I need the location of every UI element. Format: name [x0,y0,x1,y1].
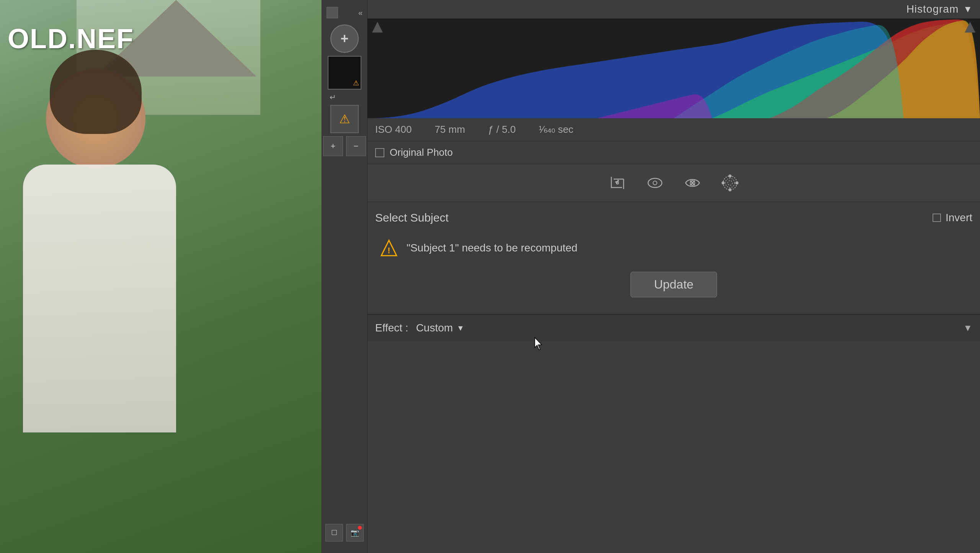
toolbar: « + ⚠ ↵ ⚠ + − ☐ 📷 [322,0,368,553]
original-photo-row: Original Photo [368,141,980,164]
back-chevrons[interactable]: « [358,8,363,17]
minus-icon: − [354,141,359,151]
svg-point-13 [736,182,738,184]
warning-icon: ⚠ [339,112,350,126]
right-panel: Histogram ▼ ISO 400 75 mm ƒ / 5.0 ¹⁄₆₄₀ … [368,0,980,553]
svg-point-10 [729,175,731,177]
invert-checkbox[interactable] [933,214,941,222]
add-button[interactable]: + [330,24,359,53]
indent-arrow: ↵ [322,93,336,102]
camera-icon: 📷 [351,529,359,537]
invert-label: Invert [946,212,972,224]
mask-icon [683,174,702,192]
preview-warning-icon: ⚠ [353,79,359,87]
effect-section-collapse[interactable]: ▼ [963,323,972,333]
select-subject-header: Select Subject Invert [375,211,972,224]
square-icon-btn[interactable]: ☐ [325,524,343,542]
plus-icon: + [340,31,348,47]
photo-filename: OLD.NEF [8,23,134,54]
healing-tool[interactable] [644,172,666,194]
warning-message: "Subject 1" needs to be recomputed [407,242,577,254]
radial-icon [721,174,739,192]
aperture-value: ƒ / 5.0 [488,124,516,135]
warning-row: ! "Subject 1" needs to be recomputed [375,232,972,264]
square-icon: ☐ [331,529,337,537]
svg-point-8 [725,178,735,188]
original-photo-checkbox[interactable] [375,148,384,157]
svg-point-9 [728,181,732,185]
focal-length-value: 75 mm [434,124,465,135]
preview-thumbnail[interactable]: ⚠ [328,56,361,90]
svg-point-3 [653,181,657,185]
update-btn-row: Update [375,264,972,305]
effect-dropdown-button[interactable]: ▼ [457,324,464,333]
plus-small-icon: + [331,141,336,151]
toolbar-bottom-row: ☐ 📷 [325,524,364,549]
camera-info: ISO 400 75 mm ƒ / 5.0 ¹⁄₆₄₀ sec [368,118,980,141]
select-subject-title: Select Subject [375,211,449,224]
effect-value: Custom [416,322,453,334]
crop-tool[interactable] [606,172,629,194]
histogram-dropdown-arrow[interactable]: ▼ [963,4,972,15]
original-photo-label: Original Photo [390,147,453,158]
photo-area: OLD.NEF [0,0,322,553]
masking-tool[interactable] [681,172,704,194]
crop-icon [608,174,627,192]
effect-label: Effect : [375,322,408,334]
toolbar-top-row: « [322,4,367,21]
svg-point-11 [729,189,731,191]
invert-row: Invert [933,212,972,224]
histogram-chart [368,19,980,118]
select-subject-section: Select Subject Invert ! "Subject 1" need… [368,202,980,315]
iso-value: ISO 400 [375,124,412,135]
radial-filter-tool[interactable] [719,172,741,194]
camera-button[interactable]: 📷 [346,524,364,542]
remove-small-button[interactable]: − [346,136,366,156]
tools-row [368,164,980,202]
svg-text:!: ! [387,246,390,255]
warning-box[interactable]: ⚠ [330,105,359,133]
shutter-speed-value: ¹⁄₆₄₀ sec [539,124,573,135]
warning-triangle-icon: ! [379,238,399,258]
red-dot-indicator [358,526,362,530]
effect-label-row: Effect : Custom ▼ [375,322,464,334]
add-small-button[interactable]: + [323,136,343,156]
histogram-title: Histogram [906,3,959,15]
update-button[interactable]: Update [630,272,717,297]
healing-icon [646,174,664,192]
effect-header: Effect : Custom ▼ ▼ [368,315,980,341]
add-remove-row: + − [323,136,366,156]
svg-point-12 [722,182,724,184]
effect-value-row: Custom ▼ [416,322,464,334]
toolbar-square-icon [327,7,338,18]
effect-section: Effect : Custom ▼ ▼ [368,315,980,341]
photo-background [0,0,322,553]
histogram-canvas [368,19,980,118]
svg-point-2 [648,178,662,188]
histogram-header: Histogram ▼ [368,0,980,19]
